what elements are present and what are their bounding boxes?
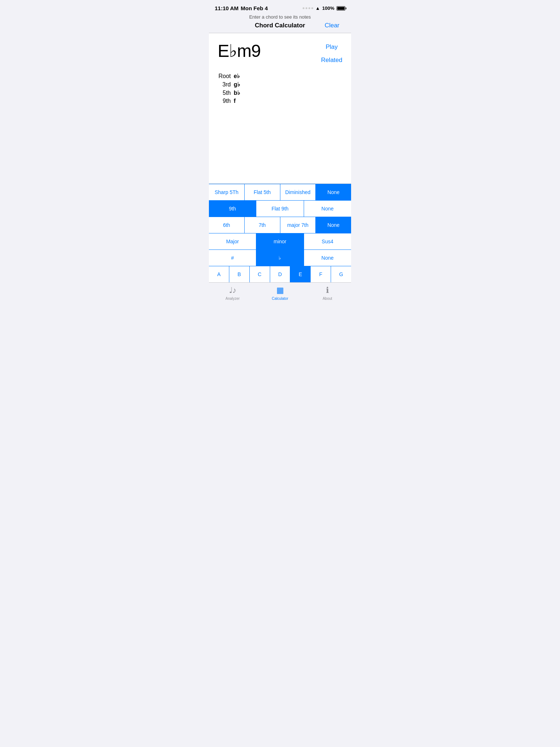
tab-bar: ♩♪ Analyzer ▦ Calculator ℹ About <box>209 282 351 308</box>
note-label: 3rd <box>218 81 231 88</box>
tab-about[interactable]: ℹ About <box>304 286 351 301</box>
key-button[interactable]: Major <box>209 233 256 249</box>
note-row: 3rd g♭ <box>218 81 342 88</box>
key-button[interactable]: A <box>209 266 229 282</box>
note-row: 9th f <box>218 98 342 104</box>
key-row-2: 9thFlat 9thNone <box>209 201 351 217</box>
battery-percent: 100% <box>322 5 334 11</box>
key-button[interactable]: Sharp 5Th <box>209 184 245 200</box>
note-value: g♭ <box>234 81 240 88</box>
key-button[interactable]: None <box>316 184 351 200</box>
status-date: Mon Feb 4 <box>241 5 268 11</box>
key-button[interactable]: None <box>304 250 351 266</box>
key-button[interactable]: 9th <box>209 201 256 217</box>
note-label: 5th <box>218 90 231 96</box>
key-button[interactable]: major 7th <box>280 217 316 233</box>
key-button[interactable]: C <box>250 266 270 282</box>
key-row-5: #♭None <box>209 250 351 266</box>
tab-about-label: About <box>323 297 332 301</box>
key-button[interactable]: minor <box>256 233 304 249</box>
nav-title: Chord Calculator <box>255 22 305 29</box>
note-label: Root <box>218 73 231 80</box>
key-row-1: Sharp 5ThFlat 5thDiminishedNone <box>209 184 351 201</box>
main-content: E♭m9 Play Related Root e♭ 3rd g♭ 5th b♭ … <box>209 33 351 184</box>
note-value: e♭ <box>234 73 240 80</box>
key-button[interactable]: Diminished <box>280 184 316 200</box>
key-button[interactable]: B <box>229 266 250 282</box>
key-button[interactable]: None <box>316 217 351 233</box>
chord-notes: Root e♭ 3rd g♭ 5th b♭ 9th f <box>218 73 342 104</box>
play-button[interactable]: Play <box>326 43 338 51</box>
key-row-6: ABCDEFG <box>209 266 351 282</box>
key-button[interactable]: 6th <box>209 217 245 233</box>
tab-analyzer-label: Analyzer <box>226 297 240 301</box>
chord-actions: Play Related <box>321 40 342 64</box>
key-button[interactable]: 7th <box>245 217 280 233</box>
key-button[interactable]: None <box>304 201 351 217</box>
tab-calculator-label: Calculator <box>272 297 288 301</box>
note-row: 5th b♭ <box>218 89 342 96</box>
key-button[interactable]: E <box>290 266 311 282</box>
status-bar: 11:10 AM Mon Feb 4 ▲ 100% <box>209 0 351 14</box>
key-button[interactable]: G <box>331 266 351 282</box>
note-value: f <box>234 98 236 104</box>
related-button[interactable]: Related <box>321 57 342 64</box>
tab-calculator[interactable]: ▦ Calculator <box>256 286 304 301</box>
note-row: Root e♭ <box>218 73 342 80</box>
key-button[interactable]: Flat 9th <box>256 201 304 217</box>
calculator-icon: ▦ <box>276 286 284 295</box>
signal-icon <box>303 7 313 9</box>
note-value: b♭ <box>234 89 240 96</box>
key-button[interactable]: D <box>270 266 291 282</box>
key-button[interactable]: # <box>209 250 256 266</box>
chord-name: E♭m9 <box>218 40 261 61</box>
wifi-icon: ▲ <box>315 5 320 11</box>
analyzer-icon: ♩♪ <box>229 286 237 295</box>
key-row-4: MajorminorSus4 <box>209 233 351 250</box>
keyboard-area: Sharp 5ThFlat 5thDiminishedNone 9thFlat … <box>209 183 351 282</box>
key-button[interactable]: F <box>311 266 331 282</box>
status-time: 11:10 AM <box>215 5 238 11</box>
status-icons: ▲ 100% <box>303 5 345 11</box>
chord-display: E♭m9 Play Related <box>218 40 342 64</box>
tab-analyzer[interactable]: ♩♪ Analyzer <box>209 286 256 301</box>
note-label: 9th <box>218 98 231 104</box>
key-row-3: 6th7thmajor 7thNone <box>209 217 351 233</box>
battery-icon <box>337 6 345 11</box>
key-button[interactable]: Sus4 <box>304 233 351 249</box>
nav-subtitle: Enter a chord to see its notes <box>215 14 345 20</box>
key-button[interactable]: Flat 5th <box>245 184 280 200</box>
key-button[interactable]: ♭ <box>256 250 304 266</box>
clear-button[interactable]: Clear <box>324 22 339 29</box>
about-icon: ℹ <box>326 286 329 295</box>
